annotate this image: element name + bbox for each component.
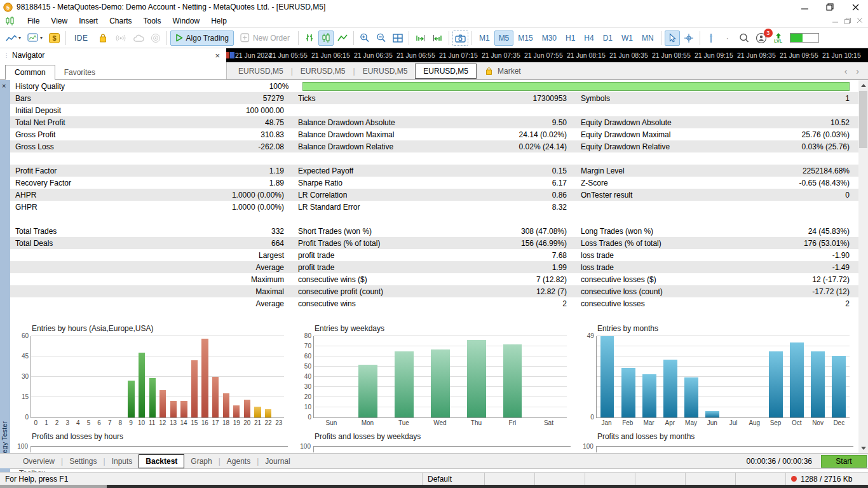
menu-item-tools[interactable]: Tools (138, 17, 167, 25)
timeline-label: 21 Jun 09:35 (737, 51, 780, 59)
timeframe-button-h1[interactable]: H1 (561, 30, 580, 46)
line-chart-icon (6, 34, 17, 43)
stat-value: 664 (271, 239, 284, 248)
stat-label (15, 299, 256, 308)
scrollbar-thumb[interactable] (859, 91, 867, 148)
menu-item-charts[interactable]: Charts (104, 17, 137, 25)
stat-label: consecutive wins (298, 299, 562, 308)
timeframe-button-d1[interactable]: D1 (599, 30, 617, 46)
tester-tab-settings[interactable]: Settings (63, 455, 103, 468)
status-profile[interactable]: Default (422, 473, 484, 485)
x-tick-label: Oct (786, 419, 807, 428)
tester-tab-journal[interactable]: Journal (259, 455, 296, 468)
child-restore-icon[interactable] (844, 18, 851, 24)
copy-trading-button[interactable] (148, 30, 163, 46)
shift-chart-right-button[interactable] (412, 30, 428, 46)
chart-tab-2[interactable]: EURUSD,M5 (355, 64, 416, 78)
minimize-window-icon[interactable] (792, 0, 817, 14)
level-button[interactable]: LVL (771, 30, 786, 46)
navigator-tab-favorites[interactable]: Favorites (55, 65, 104, 79)
objects-more-button[interactable]: · (720, 30, 735, 46)
chart-title: Entries by hours (Asia,Europe,USA) (13, 324, 288, 334)
timeframe-button-m30[interactable]: M30 (538, 30, 561, 46)
scroll-down-icon[interactable] (858, 443, 868, 453)
y-tick-label: 80 (296, 332, 311, 339)
menu-item-view[interactable]: View (45, 17, 73, 25)
stat-label: Total Net Profit (15, 118, 265, 127)
navigator-tab-common[interactable]: Common (5, 65, 55, 80)
stat-value: 156 (46.99%) (521, 239, 567, 248)
crosshair-button[interactable] (681, 30, 696, 46)
algo-trading-button[interactable]: Algo Trading (170, 30, 234, 46)
stat-value: 100% (269, 82, 289, 91)
timeframe-button-m15[interactable]: M15 (513, 30, 537, 46)
vertical-line-tool-button[interactable] (703, 30, 719, 46)
algo-trading-label: Algo Trading (186, 34, 229, 43)
tester-close-icon[interactable]: × (2, 82, 6, 90)
bar-slot (94, 336, 105, 417)
signals-icon (115, 34, 126, 43)
bar-slot (458, 336, 494, 417)
stat-label: History Quality (15, 82, 269, 91)
stat-label: Equity Drawdown Maximal (581, 130, 802, 139)
close-window-icon[interactable] (843, 0, 868, 14)
zoom-out-button[interactable] (374, 30, 389, 46)
shift-chart-left-button[interactable] (430, 30, 445, 46)
chart-tab-1[interactable]: EURUSD,M5 (293, 64, 353, 78)
cursor-button[interactable] (665, 30, 680, 46)
start-button[interactable]: Start (821, 455, 867, 468)
timeframe-button-w1[interactable]: W1 (617, 30, 637, 46)
tester-tab-agents[interactable]: Agents (220, 455, 257, 468)
navigator-title: Navigator (12, 51, 212, 60)
x-tick-label: 20 (242, 419, 253, 428)
vps-cloud-button[interactable] (130, 30, 147, 46)
menu-item-help[interactable]: Help (205, 17, 233, 25)
bar (621, 368, 635, 417)
tab-scroll-right-icon[interactable]: › (856, 66, 859, 76)
timeframe-button-m1[interactable]: M1 (475, 30, 494, 46)
search-button[interactable] (736, 30, 752, 46)
chart-profile-button[interactable]: ▾ (25, 30, 45, 46)
stat-label: loss trade (581, 251, 832, 260)
timeframe-button-h4[interactable]: H4 (580, 30, 598, 46)
timeframe-button-mn[interactable]: MN (637, 30, 658, 46)
stats-cell: Gross Loss-262.08 (10, 142, 293, 151)
ide-button[interactable]: IDE (69, 30, 93, 46)
tab-scroll-left-icon[interactable]: ‹ (844, 66, 848, 76)
stats-cell: Balance Drawdown Relative0.02% (24.14) (293, 142, 576, 151)
child-minimize-icon[interactable] (832, 18, 838, 24)
tester-tab-backtest[interactable]: Backtest (139, 454, 184, 468)
status-traffic: 1288 / 2716 Kb (785, 473, 862, 485)
community-button[interactable]: 3 (753, 30, 770, 46)
tester-scrollbar[interactable] (858, 80, 868, 453)
tile-windows-button[interactable] (390, 30, 405, 46)
market-tab[interactable]: Market (477, 67, 529, 76)
chart-tab-0[interactable]: EURUSD,M5 (231, 64, 291, 78)
tester-tab-inputs[interactable]: Inputs (105, 455, 139, 468)
chart-tab-3[interactable]: EURUSD,M5 (415, 64, 477, 79)
economic-calendar-button[interactable]: $ (46, 30, 62, 46)
line-mode-button[interactable] (335, 30, 350, 46)
bar-slot (660, 336, 681, 417)
tester-tab-graph[interactable]: Graph (184, 455, 218, 468)
navigator-close-icon[interactable]: × (212, 51, 222, 60)
menu-item-window[interactable]: Window (167, 17, 206, 25)
stat-value: 24 (45.83%) (808, 227, 850, 236)
menu-item-insert[interactable]: Insert (73, 17, 104, 25)
signals-button[interactable] (112, 30, 129, 46)
tester-tab-overview[interactable]: Overview (17, 455, 61, 468)
bars-mode-button[interactable] (302, 30, 317, 46)
zoom-in-button[interactable] (357, 30, 372, 46)
chart-window-button[interactable]: ▾ (3, 30, 24, 46)
menu-item-file[interactable]: File (22, 17, 45, 25)
new-order-button[interactable]: New Order (235, 30, 295, 46)
y-tick-label: 100 (578, 443, 593, 450)
child-close-icon[interactable] (857, 18, 863, 24)
market-button[interactable] (95, 30, 111, 46)
restore-window-icon[interactable] (817, 0, 843, 14)
timeframe-button-m5[interactable]: M5 (494, 30, 514, 46)
screenshot-button[interactable] (452, 30, 468, 46)
candles-mode-button[interactable] (318, 30, 334, 46)
scroll-up-icon[interactable] (858, 80, 868, 90)
y-tick-label: 0 (13, 414, 29, 421)
